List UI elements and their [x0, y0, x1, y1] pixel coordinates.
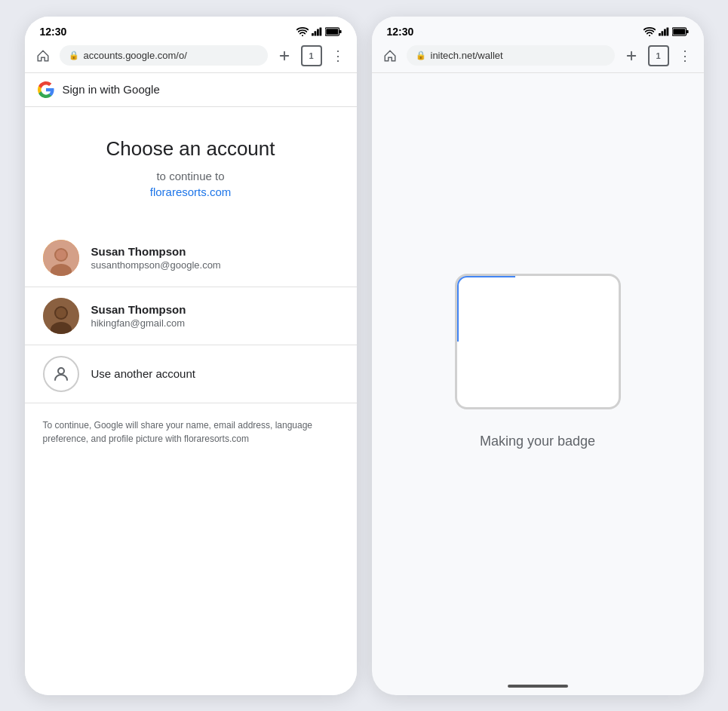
svg-point-11 — [56, 250, 66, 260]
account-info-1: Susan Thompson susanthompson@google.com — [91, 245, 221, 271]
use-another-label: Use another account — [91, 367, 195, 380]
signal-icon — [312, 27, 322, 36]
avatar-2-img — [43, 298, 79, 334]
footer-text: To continue, Google will share your name… — [43, 420, 313, 444]
badge-card-progress-corner — [455, 274, 515, 342]
badge-content: Making your badge — [372, 73, 704, 695]
account-list: Susan Thompson susanthompson@google.com … — [25, 229, 357, 403]
svg-rect-20 — [664, 29, 666, 35]
address-text-left: accounts.google.com/o/ — [84, 50, 187, 61]
footer-note: To continue, Google will share your name… — [25, 403, 357, 461]
tab-counter-right[interactable]: 1 — [648, 45, 669, 66]
account-item-2[interactable]: Susan Thompson hikingfan@gmail.com — [25, 287, 357, 345]
use-another-item[interactable]: Use another account — [25, 345, 357, 403]
home-button-right[interactable] — [379, 45, 401, 66]
badge-card — [455, 274, 621, 409]
svg-rect-1 — [312, 33, 314, 36]
status-icons-right — [644, 27, 689, 36]
continue-link[interactable]: floraresorts.com — [150, 185, 232, 198]
status-bar-right: 12:30 — [372, 17, 704, 42]
page-content-left: Choose an account to continue to florare… — [25, 107, 357, 695]
new-tab-icon-right — [625, 49, 638, 63]
battery-icon — [325, 27, 342, 36]
new-tab-icon-left — [278, 49, 291, 63]
svg-rect-24 — [673, 29, 685, 35]
address-bar-right: 🔒 initech.net/wallet 1 ⋮ — [372, 42, 704, 72]
svg-point-16 — [58, 368, 64, 374]
avatar-1-img — [43, 240, 79, 276]
google-header: Sign in with Google — [25, 73, 357, 107]
battery-icon-right — [672, 27, 689, 36]
svg-rect-18 — [659, 33, 661, 36]
svg-point-15 — [56, 308, 66, 318]
address-pill-left[interactable]: 🔒 accounts.google.com/o/ — [60, 45, 268, 66]
svg-rect-19 — [661, 31, 663, 35]
svg-rect-6 — [339, 29, 342, 32]
time-right: 12:30 — [387, 26, 414, 38]
address-bar-left: 🔒 accounts.google.com/o/ 1 ⋮ — [25, 42, 357, 72]
status-icons-left — [296, 27, 342, 36]
google-logo — [37, 81, 55, 99]
svg-rect-2 — [314, 31, 316, 35]
svg-rect-3 — [317, 29, 319, 35]
status-bar-left: 12:30 — [25, 17, 357, 42]
home-button-left[interactable] — [32, 45, 54, 66]
new-tab-button-left[interactable] — [274, 45, 295, 66]
svg-point-0 — [302, 35, 303, 36]
account-info-2: Susan Thompson hikingfan@gmail.com — [91, 303, 186, 329]
svg-point-17 — [649, 35, 650, 36]
svg-rect-4 — [319, 27, 321, 35]
svg-rect-23 — [687, 29, 689, 32]
google-header-text: Sign in with Google — [63, 83, 160, 96]
address-pill-right[interactable]: 🔒 initech.net/wallet — [407, 45, 615, 66]
more-button-right[interactable]: ⋮ — [675, 45, 696, 66]
account-name-1: Susan Thompson — [91, 245, 221, 258]
left-phone: 12:30 — [25, 17, 357, 695]
right-phone: 12:30 — [372, 17, 704, 695]
home-indicator-right — [508, 685, 568, 688]
signal-icon-right — [659, 27, 669, 36]
address-text-right: initech.net/wallet — [431, 50, 503, 61]
time-left: 12:30 — [40, 26, 67, 38]
account-name-2: Susan Thompson — [91, 303, 186, 316]
account-email-1: susanthompson@google.com — [91, 259, 221, 271]
google-g-icon — [37, 81, 55, 99]
tab-counter-left[interactable]: 1 — [301, 45, 322, 66]
choose-account-section: Choose an account to continue to florare… — [25, 107, 357, 214]
svg-rect-21 — [666, 27, 668, 35]
svg-rect-7 — [326, 29, 338, 35]
new-tab-button-right[interactable] — [621, 45, 642, 66]
choose-title: Choose an account — [43, 137, 339, 161]
wifi-icon — [296, 27, 309, 36]
home-icon-left — [36, 49, 50, 63]
lock-icon-right: 🔒 — [416, 51, 426, 60]
person-circle-icon — [52, 365, 70, 383]
badge-label: Making your badge — [480, 434, 595, 449]
account-email-2: hikingfan@gmail.com — [91, 317, 186, 329]
use-another-icon — [43, 356, 79, 392]
more-button-left[interactable]: ⋮ — [328, 45, 349, 66]
wifi-icon-right — [644, 27, 656, 36]
avatar-1 — [43, 240, 79, 276]
account-item-1[interactable]: Susan Thompson susanthompson@google.com — [25, 229, 357, 287]
avatar-2 — [43, 298, 79, 334]
continue-to-text: to continue to — [43, 170, 339, 182]
lock-icon-left: 🔒 — [69, 51, 79, 60]
home-icon-right — [383, 49, 397, 63]
